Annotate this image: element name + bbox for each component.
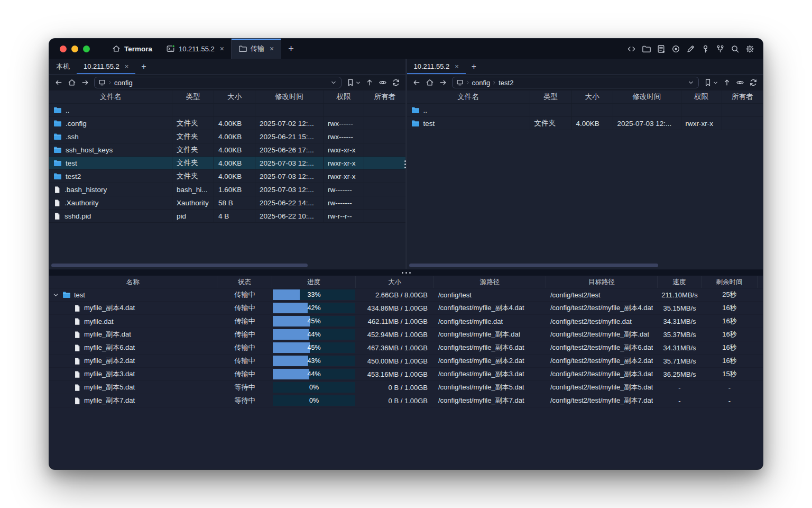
- home-icon[interactable]: [68, 78, 76, 87]
- column-header[interactable]: 剩余时间: [702, 276, 758, 288]
- column-header[interactable]: 文件名: [49, 90, 172, 103]
- horizontal-scrollbar[interactable]: [51, 264, 308, 267]
- file-row[interactable]: .ssh文件夹4.00KB2025-06-21 15:...rwx------: [49, 130, 405, 143]
- transfer-row[interactable]: myfile_副本7.dat等待中0%0 B / 1.00GB/config/t…: [49, 394, 763, 407]
- transfer-row[interactable]: myfile_副本.dat传输中44%452.94MB / 1.00GB/con…: [49, 328, 763, 341]
- path-input[interactable]: configtest2: [452, 77, 699, 88]
- minimize-window-button[interactable]: [71, 46, 78, 52]
- new-tab-button[interactable]: +: [281, 39, 301, 59]
- filename-label: .ssh: [66, 133, 79, 141]
- filename-label: .bash_history: [64, 186, 107, 194]
- chevron-down-icon[interactable]: [687, 79, 695, 86]
- column-header[interactable]: 权限: [324, 90, 364, 103]
- forward-icon[interactable]: [81, 78, 89, 87]
- refresh-icon[interactable]: [749, 78, 758, 87]
- caret-down-icon[interactable]: [356, 80, 361, 85]
- column-header[interactable]: 名称: [49, 276, 217, 288]
- close-tab-icon[interactable]: ×: [270, 45, 274, 52]
- file-row[interactable]: ..: [49, 104, 405, 117]
- file-row[interactable]: ..: [407, 104, 763, 117]
- expand-chevron-icon[interactable]: [52, 292, 59, 298]
- transfer-row[interactable]: myfile_副本3.dat传输中44%453.16MB / 1.00GB/co…: [49, 368, 763, 381]
- pane-tab-10.211.55.2[interactable]: 10.211.55.2×: [407, 59, 466, 74]
- search-icon[interactable]: [731, 44, 740, 53]
- port-forward-icon[interactable]: [716, 44, 725, 53]
- size-cell: 58 B: [214, 196, 255, 209]
- horizontal-scrollbar[interactable]: [409, 264, 658, 267]
- app-home-tab[interactable]: Termora: [105, 39, 160, 59]
- close-window-button[interactable]: [60, 46, 67, 52]
- eye-icon[interactable]: [736, 78, 744, 87]
- column-header[interactable]: 修改时间: [613, 90, 681, 103]
- key-icon[interactable]: [701, 44, 710, 53]
- transfer-row[interactable]: myfile_副本4.dat传输中42%434.86MB / 1.00GB/co…: [49, 302, 763, 315]
- file-row[interactable]: ssh_host_keys文件夹4.00KB2025-06-26 17:...r…: [49, 143, 405, 157]
- column-header[interactable]: 大小: [572, 90, 613, 103]
- close-tab-icon[interactable]: ×: [455, 63, 459, 70]
- folder-icon[interactable]: [642, 44, 651, 53]
- progress-label: 45%: [272, 315, 356, 328]
- path-input[interactable]: config: [94, 77, 342, 88]
- target-path-cell: /config/test2/test: [546, 288, 658, 301]
- file-row[interactable]: .bash_historybash_hi...1.60KB2025-07-03 …: [49, 183, 405, 196]
- file-row[interactable]: test文件夹4.00KB2025-07-03 12:...rwxr-xr-x: [407, 117, 763, 130]
- code-icon[interactable]: [627, 44, 636, 53]
- close-tab-icon[interactable]: ×: [220, 45, 224, 52]
- column-header[interactable]: 类型: [172, 90, 214, 103]
- file-row[interactable]: sshd.pidpid4 B2025-06-22 10:...rw-r--r--: [49, 210, 405, 223]
- settings-gear-icon[interactable]: [745, 44, 754, 53]
- column-header[interactable]: 所有者: [722, 90, 763, 103]
- file-row[interactable]: test文件夹4.00KB2025-07-03 12:...rwxr-xr-x: [49, 157, 405, 170]
- bookmark-button[interactable]: [346, 78, 361, 87]
- new-pane-tab-button[interactable]: +: [466, 59, 482, 74]
- column-header[interactable]: 权限: [681, 90, 722, 103]
- pane-tab-本机[interactable]: 本机: [49, 59, 77, 74]
- back-icon[interactable]: [54, 78, 63, 87]
- chevron-down-icon[interactable]: [330, 79, 337, 86]
- log-icon[interactable]: [657, 44, 666, 53]
- file-row[interactable]: test2文件夹4.00KB2025-07-03 12:...rwxr-xr-x: [49, 170, 405, 183]
- transfer-row[interactable]: myfile_副本2.dat传输中43%450.00MB / 1.00GB/co…: [49, 355, 763, 368]
- close-tab-icon[interactable]: ×: [125, 63, 129, 70]
- app-title: Termora: [124, 45, 152, 53]
- back-icon[interactable]: [412, 78, 421, 87]
- column-header[interactable]: 所有者: [364, 90, 405, 103]
- column-header[interactable]: 类型: [530, 90, 572, 103]
- file-row[interactable]: .config文件夹4.00KB2025-07-02 12:...rwx----…: [49, 117, 405, 130]
- record-icon[interactable]: [671, 44, 680, 53]
- column-header[interactable]: 大小: [356, 276, 434, 288]
- new-pane-tab-button[interactable]: +: [135, 59, 152, 74]
- column-header[interactable]: 修改时间: [255, 90, 324, 103]
- column-header[interactable]: 速度: [658, 276, 702, 288]
- transfer-name-label: myfile_副本7.dat: [84, 396, 135, 405]
- column-header[interactable]: 源路径: [434, 276, 546, 288]
- column-header[interactable]: 状态: [217, 276, 272, 288]
- bookmark-icon[interactable]: [346, 78, 355, 87]
- transfer-row[interactable]: myfile.dat传输中45%462.11MB / 1.00GB/config…: [49, 315, 763, 328]
- transfer-row[interactable]: test传输中33%2.66GB / 8.00GB/config/test/co…: [49, 288, 763, 302]
- pane-tab-10.211.55.2[interactable]: 10.211.55.2×: [77, 59, 135, 74]
- refresh-icon[interactable]: [392, 78, 400, 87]
- upload-up-icon[interactable]: [723, 78, 731, 87]
- file-row[interactable]: .XauthorityXauthority58 B2025-06-22 14:.…: [49, 196, 405, 210]
- forward-icon[interactable]: [439, 78, 447, 87]
- transfer-row[interactable]: myfile_副本5.dat等待中0%0 B / 1.00GB/config/t…: [49, 381, 763, 394]
- column-header[interactable]: 进度: [272, 276, 356, 288]
- transfer-splitter[interactable]: [49, 269, 763, 276]
- progress-label: 0%: [272, 381, 356, 394]
- bookmark-button[interactable]: [704, 78, 718, 87]
- pencil-icon[interactable]: [686, 44, 695, 53]
- bookmark-icon[interactable]: [704, 78, 712, 87]
- titlebar-tab-transfer[interactable]: 传输 ×: [231, 39, 281, 59]
- row-spacer: [758, 381, 763, 394]
- column-header[interactable]: 大小: [214, 90, 255, 103]
- column-header[interactable]: 目标路径: [546, 276, 658, 288]
- upload-up-icon[interactable]: [365, 78, 374, 87]
- eye-icon[interactable]: [379, 78, 387, 87]
- home-icon[interactable]: [426, 78, 434, 87]
- transfer-row[interactable]: myfile_副本6.dat传输中45%467.36MB / 1.00GB/co…: [49, 341, 763, 355]
- caret-down-icon[interactable]: [713, 80, 718, 85]
- zoom-window-button[interactable]: [83, 46, 90, 52]
- column-header[interactable]: 文件名: [407, 90, 530, 103]
- titlebar-tab-session[interactable]: 10.211.55.2 ×: [160, 39, 231, 59]
